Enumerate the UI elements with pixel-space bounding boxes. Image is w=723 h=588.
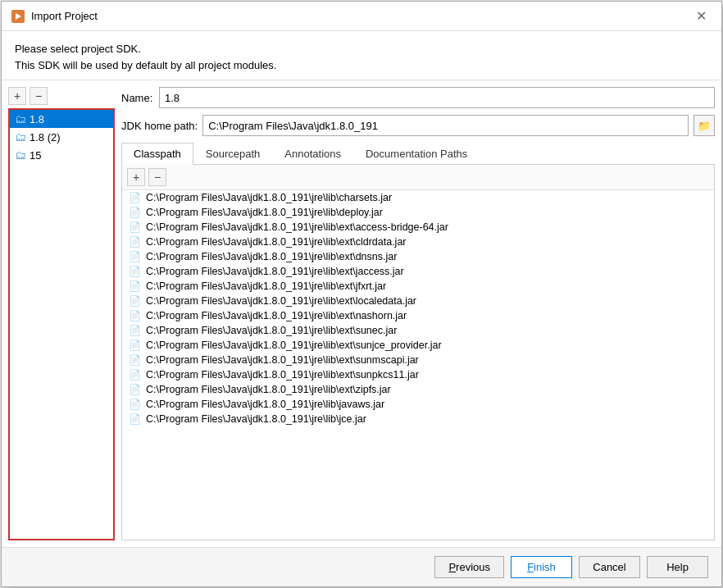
jar-icon: 📄 bbox=[129, 221, 141, 233]
browse-button[interactable]: 📁 bbox=[693, 115, 715, 136]
classpath-item[interactable]: 📄C:\Program Files\Java\jdk1.8.0_191\jre\… bbox=[122, 249, 714, 264]
classpath-path: C:\Program Files\Java\jdk1.8.0_191\jre\l… bbox=[146, 266, 404, 277]
tab-sourcepath[interactable]: Sourcepath bbox=[193, 143, 273, 165]
jar-icon: 📄 bbox=[129, 192, 141, 203]
right-panel: Name: JDK home path: 📁 Classpath Sourcep… bbox=[121, 87, 715, 540]
classpath-path: C:\Program Files\Java\jdk1.8.0_191\jre\l… bbox=[146, 340, 442, 351]
add-classpath-button[interactable]: + bbox=[127, 168, 145, 186]
folder-icon-3: 🗂 bbox=[15, 148, 26, 162]
classpath-path: C:\Program Files\Java\jdk1.8.0_191\jre\l… bbox=[146, 295, 416, 307]
jar-icon: 📄 bbox=[129, 413, 141, 425]
classpath-item[interactable]: 📄C:\Program Files\Java\jdk1.8.0_191\jre\… bbox=[122, 294, 714, 308]
classpath-toolbar: + − bbox=[122, 165, 714, 190]
tab-classpath[interactable]: Classpath bbox=[121, 143, 193, 165]
classpath-item[interactable]: 📄C:\Program Files\Java\jdk1.8.0_191\jre\… bbox=[122, 382, 714, 397]
classpath-path: C:\Program Files\Java\jdk1.8.0_191\jre\l… bbox=[146, 280, 386, 292]
classpath-path: C:\Program Files\Java\jdk1.8.0_191\jre\l… bbox=[146, 369, 419, 381]
jdk-row: JDK home path: 📁 bbox=[121, 115, 715, 136]
jar-icon: 📄 bbox=[129, 354, 141, 366]
sdk-label-1.8: 1.8 bbox=[30, 113, 44, 125]
tab-annotations[interactable]: Annotations bbox=[272, 143, 353, 165]
classpath-path: C:\Program Files\Java\jdk1.8.0_191\jre\l… bbox=[146, 192, 392, 203]
left-panel: + − 🗂 1.8 🗂 1.8 (2) 🗂 15 bbox=[8, 87, 115, 540]
jar-icon: 📄 bbox=[129, 310, 141, 321]
classpath-panel: + − 📄C:\Program Files\Java\jdk1.8.0_191\… bbox=[121, 165, 715, 540]
classpath-path: C:\Program Files\Java\jdk1.8.0_191\jre\l… bbox=[146, 221, 448, 233]
classpath-path: C:\Program Files\Java\jdk1.8.0_191\jre\l… bbox=[146, 325, 397, 336]
folder-icon-2: 🗂 bbox=[15, 130, 26, 144]
jar-icon: 📄 bbox=[129, 280, 141, 292]
jar-icon: 📄 bbox=[129, 295, 141, 307]
jdk-path-input[interactable] bbox=[202, 115, 689, 136]
sdk-list: 🗂 1.8 🗂 1.8 (2) 🗂 15 bbox=[8, 108, 115, 540]
classpath-item[interactable]: 📄C:\Program Files\Java\jdk1.8.0_191\jre\… bbox=[122, 220, 714, 235]
sdk-label-15: 15 bbox=[30, 149, 41, 162]
previous-underline-p: P bbox=[448, 561, 456, 573]
classpath-item[interactable]: 📄C:\Program Files\Java\jdk1.8.0_191\jre\… bbox=[122, 308, 714, 323]
jar-icon: 📄 bbox=[129, 384, 141, 395]
left-toolbar: + − bbox=[8, 87, 115, 105]
sdk-label-1.8-2: 1.8 (2) bbox=[30, 131, 61, 144]
import-project-dialog: Import Project ✕ Please select project S… bbox=[1, 1, 722, 587]
name-input[interactable] bbox=[159, 87, 715, 108]
classpath-item[interactable]: 📄C:\Program Files\Java\jdk1.8.0_191\jre\… bbox=[122, 205, 714, 220]
classpath-path: C:\Program Files\Java\jdk1.8.0_191\jre\l… bbox=[146, 384, 391, 395]
jar-icon: 📄 bbox=[129, 325, 141, 336]
dialog-title: Import Project bbox=[31, 10, 98, 22]
title-bar: Import Project ✕ bbox=[2, 2, 721, 31]
classpath-item[interactable]: 📄C:\Program Files\Java\jdk1.8.0_191\jre\… bbox=[122, 367, 714, 382]
classpath-item[interactable]: 📄C:\Program Files\Java\jdk1.8.0_191\jre\… bbox=[122, 353, 714, 367]
name-label: Name: bbox=[121, 92, 154, 104]
classpath-item[interactable]: 📄C:\Program Files\Java\jdk1.8.0_191\jre\… bbox=[122, 412, 714, 426]
jar-icon: 📄 bbox=[129, 369, 141, 381]
previous-rest: revious bbox=[456, 561, 490, 573]
app-icon bbox=[11, 10, 25, 23]
add-sdk-button[interactable]: + bbox=[8, 87, 26, 105]
jar-icon: 📄 bbox=[129, 340, 141, 351]
tabs-bar: Classpath Sourcepath Annotations Documen… bbox=[121, 143, 715, 165]
classpath-path: C:\Program Files\Java\jdk1.8.0_191\jre\l… bbox=[146, 399, 384, 410]
browse-icon: 📁 bbox=[698, 120, 711, 132]
main-content: + − 🗂 1.8 🗂 1.8 (2) 🗂 15 bbox=[2, 80, 721, 547]
previous-button[interactable]: Previous bbox=[434, 556, 504, 578]
remove-sdk-button[interactable]: − bbox=[30, 87, 48, 105]
remove-classpath-button[interactable]: − bbox=[148, 168, 166, 186]
classpath-path: C:\Program Files\Java\jdk1.8.0_191\jre\l… bbox=[146, 413, 366, 425]
description-line1: Please select project SDK. bbox=[15, 41, 708, 57]
classpath-item[interactable]: 📄C:\Program Files\Java\jdk1.8.0_191\jre\… bbox=[122, 235, 714, 249]
name-row: Name: bbox=[121, 87, 715, 108]
footer: Previous Finish Cancel Help bbox=[2, 547, 721, 586]
classpath-path: C:\Program Files\Java\jdk1.8.0_191\jre\l… bbox=[146, 251, 397, 262]
classpath-item[interactable]: 📄C:\Program Files\Java\jdk1.8.0_191\jre\… bbox=[122, 279, 714, 294]
help-button[interactable]: Help bbox=[647, 556, 708, 578]
sdk-item-15[interactable]: 🗂 15 bbox=[10, 146, 113, 164]
classpath-item[interactable]: 📄C:\Program Files\Java\jdk1.8.0_191\jre\… bbox=[122, 323, 714, 338]
jar-icon: 📄 bbox=[129, 251, 141, 262]
classpath-list[interactable]: 📄C:\Program Files\Java\jdk1.8.0_191\jre\… bbox=[122, 190, 714, 540]
finish-underline-f: F bbox=[527, 561, 534, 573]
jar-icon: 📄 bbox=[129, 266, 141, 277]
sdk-item-1.8-2[interactable]: 🗂 1.8 (2) bbox=[10, 128, 113, 146]
classpath-item[interactable]: 📄C:\Program Files\Java\jdk1.8.0_191\jre\… bbox=[122, 190, 714, 205]
classpath-path: C:\Program Files\Java\jdk1.8.0_191\jre\l… bbox=[146, 207, 383, 218]
tab-documentation-paths[interactable]: Documentation Paths bbox=[353, 143, 480, 165]
classpath-item[interactable]: 📄C:\Program Files\Java\jdk1.8.0_191\jre\… bbox=[122, 397, 714, 412]
finish-rest: inish bbox=[534, 561, 556, 573]
title-bar-left: Import Project bbox=[11, 10, 98, 23]
jar-icon: 📄 bbox=[129, 207, 141, 218]
cancel-button[interactable]: Cancel bbox=[579, 556, 640, 578]
jdk-label: JDK home path: bbox=[121, 120, 198, 132]
description-area: Please select project SDK. This SDK will… bbox=[2, 31, 721, 80]
classpath-path: C:\Program Files\Java\jdk1.8.0_191\jre\l… bbox=[146, 236, 407, 248]
jar-icon: 📄 bbox=[129, 236, 141, 248]
classpath-item[interactable]: 📄C:\Program Files\Java\jdk1.8.0_191\jre\… bbox=[122, 264, 714, 279]
classpath-path: C:\Program Files\Java\jdk1.8.0_191\jre\l… bbox=[146, 354, 419, 366]
finish-button[interactable]: Finish bbox=[511, 556, 572, 578]
close-button[interactable]: ✕ bbox=[691, 8, 712, 25]
sdk-item-1.8[interactable]: 🗂 1.8 bbox=[10, 110, 113, 128]
jar-icon: 📄 bbox=[129, 399, 141, 410]
folder-icon-1: 🗂 bbox=[15, 112, 26, 125]
classpath-item[interactable]: 📄C:\Program Files\Java\jdk1.8.0_191\jre\… bbox=[122, 338, 714, 353]
classpath-path: C:\Program Files\Java\jdk1.8.0_191\jre\l… bbox=[146, 310, 407, 321]
description-line2: This SDK will be used by default by all … bbox=[15, 57, 708, 74]
